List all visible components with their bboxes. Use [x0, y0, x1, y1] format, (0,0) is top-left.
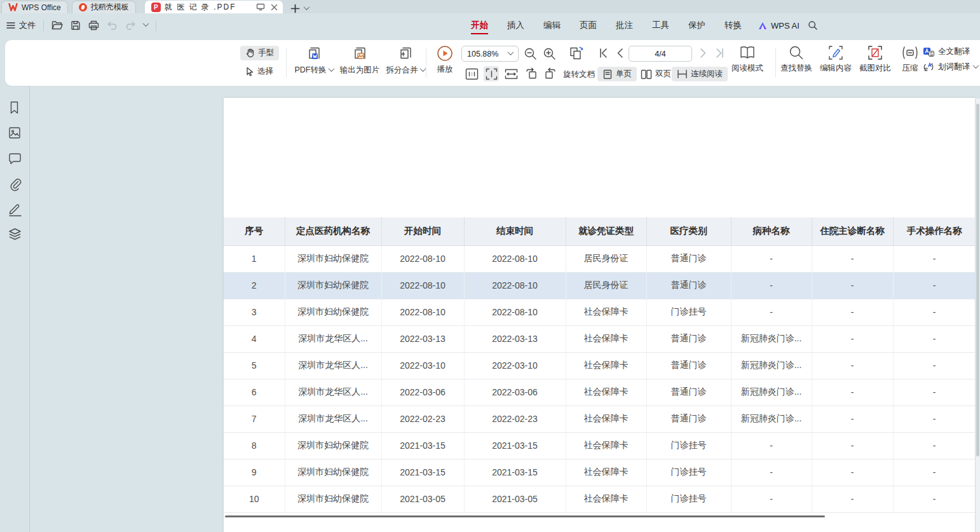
table-cell: 社会保障卡	[566, 299, 646, 325]
global-search-icon[interactable]	[808, 20, 818, 31]
column-header: 序号	[224, 217, 285, 245]
table-cell: 深圳市妇幼保健院	[285, 299, 381, 325]
table-cell: 新冠肺炎门诊...	[731, 406, 812, 432]
fit-page-button[interactable]	[484, 66, 499, 81]
play-button[interactable]: 播放	[427, 45, 463, 75]
table-row[interactable]: 6深圳市龙华区人...2022-03-062022-03-06社会保障卡普通门诊…	[224, 379, 976, 406]
new-tab-icon[interactable]	[290, 4, 300, 13]
zoom-in-button[interactable]	[543, 47, 556, 60]
close-tab-icon[interactable]	[271, 4, 278, 11]
table-cell: 深圳市妇幼保健院	[285, 486, 381, 512]
continuous-read-button[interactable]: 连续阅读	[672, 67, 728, 81]
first-page-button[interactable]	[598, 48, 608, 58]
quick-access-chevron-icon[interactable]	[143, 20, 149, 27]
table-row[interactable]: 5深圳市龙华区人...2022-03-102022-03-10社会保障卡普通门诊…	[224, 352, 976, 379]
layers-icon[interactable]	[8, 228, 22, 241]
wps-ai-button[interactable]: WPS AI	[758, 13, 800, 38]
page-indicator-input[interactable]: 4/4	[629, 46, 692, 62]
edit-content-button[interactable]: 编辑内容	[816, 45, 855, 74]
table-cell: 深圳市妇幼保健院	[285, 272, 381, 299]
file-menu-button[interactable]: 文件	[6, 20, 36, 31]
table-row[interactable]: 7深圳市龙华区人...2022-02-232022-02-23社会保障卡普通门诊…	[224, 406, 976, 432]
menu-tab-comment[interactable]: 批注	[616, 14, 633, 37]
export-image-button[interactable]: 输出为图片	[337, 45, 383, 76]
table-cell: -	[812, 299, 893, 325]
tab-wps-office[interactable]: WPS Office	[1, 1, 68, 13]
previous-page-button[interactable]	[616, 48, 623, 58]
swap-pages-button[interactable]	[568, 46, 585, 62]
search-icon	[789, 45, 804, 60]
signature-icon[interactable]	[8, 203, 22, 217]
scrollbar-thumb[interactable]	[976, 104, 979, 456]
save-icon[interactable]	[71, 20, 81, 31]
vertical-scrollbar[interactable]	[975, 99, 980, 532]
attachment-icon[interactable]	[8, 177, 22, 191]
zoom-out-button[interactable]	[524, 47, 537, 60]
embedded-horizontal-scrollbar[interactable]	[225, 515, 825, 517]
column-header: 就诊凭证类型	[566, 217, 646, 245]
column-header: 病种名称	[731, 217, 812, 245]
monitor-icon[interactable]	[256, 3, 265, 11]
menu-tab-protect[interactable]: 保护	[688, 14, 705, 37]
word-translate-button[interactable]: 划词翻译	[923, 62, 978, 72]
bookmark-icon[interactable]	[8, 101, 20, 114]
thumbnail-icon[interactable]	[8, 126, 21, 139]
actual-size-button[interactable]	[464, 66, 479, 81]
table-cell: 社会保障卡	[566, 379, 646, 406]
table-row[interactable]: 3深圳市妇幼保健院2022-08-102022-08-10社会保障卡门诊挂号--…	[224, 299, 976, 325]
table-row[interactable]: 8深圳市妇幼保健院2021-03-152021-03-15社会保障卡门诊挂号--…	[224, 432, 976, 459]
single-page-button[interactable]: 单页	[597, 67, 637, 81]
table-cell: -	[731, 245, 812, 272]
compress-button[interactable]: 压缩	[895, 45, 925, 74]
menu-tab-insert[interactable]: 插入	[507, 14, 524, 37]
table-cell: 社会保障卡	[566, 459, 646, 486]
divider	[286, 48, 287, 78]
table-row[interactable]: 4深圳市龙华区人...2022-03-132022-03-13社会保障卡普通门诊…	[224, 325, 976, 352]
menu-tab-convert[interactable]: 转换	[725, 14, 742, 37]
find-replace-button[interactable]: 查找替换	[777, 45, 816, 74]
rotate-document-button[interactable]: 旋转文档	[563, 69, 595, 80]
table-cell: 8	[224, 432, 285, 459]
table-row[interactable]: 2深圳市妇幼保健院2022-08-102022-08-10居民身份证普通门诊--…	[224, 272, 976, 299]
hand-tool-button[interactable]: 手型	[240, 46, 279, 60]
table-cell: -	[731, 299, 812, 325]
open-file-icon[interactable]	[51, 20, 63, 31]
select-tool-button[interactable]: 选择	[240, 64, 278, 79]
table-row[interactable]: 10深圳市妇幼保健院2021-03-052021-03-05社会保障卡门诊挂号-…	[224, 486, 976, 512]
pdf-convert-label: PDF转换	[295, 65, 327, 76]
table-cell: -	[893, 245, 976, 272]
menu-tab-home[interactable]: 开始	[471, 14, 488, 37]
table-cell: 2021-03-15	[381, 432, 464, 459]
cursor-icon	[245, 67, 254, 76]
ribbon-toolbar: 手型 选择 PDF转换 输出为图片 拆分合并 播放 105.88%	[5, 40, 980, 86]
print-icon[interactable]	[88, 20, 99, 31]
tab-document-active[interactable]: P 就 医 记 录 .PDF	[145, 1, 283, 13]
split-merge-button[interactable]: 拆分合并	[383, 45, 428, 76]
menu-tabs: 开始 插入 编辑 页面 批注 工具 保护 转换	[471, 13, 742, 38]
full-translate-button[interactable]: 全文翻译	[923, 46, 978, 57]
table-cell: 2022-08-10	[381, 272, 464, 299]
zoom-level-select[interactable]: 105.88%	[461, 46, 519, 62]
table-cell: 10	[224, 486, 285, 512]
pdf-convert-button[interactable]: PDF转换	[291, 45, 337, 76]
tab-docer-templates[interactable]: 找稻壳模板	[72, 1, 136, 13]
menu-tab-page[interactable]: 页面	[580, 14, 597, 37]
table-cell: 2022-08-10	[464, 299, 566, 325]
tab-list-chevron-icon[interactable]	[304, 4, 310, 10]
table-cell: 6	[224, 379, 285, 406]
table-cell: 2022-03-06	[381, 379, 464, 406]
comment-icon[interactable]	[8, 153, 22, 165]
rotate-left-button[interactable]	[525, 67, 538, 79]
menu-tab-tools[interactable]: 工具	[652, 14, 669, 37]
table-row[interactable]: 1深圳市妇幼保健院2022-08-102022-08-10居民身份证普通门诊--…	[224, 245, 976, 272]
fit-width-button[interactable]	[503, 66, 519, 81]
table-header-row: 序号定点医药机构名称开始时间结束时间就诊凭证类型医疗类别病种名称住院主诊断名称手…	[224, 217, 976, 245]
menu-tab-edit[interactable]: 编辑	[543, 14, 561, 37]
table-cell: 5	[224, 352, 285, 379]
read-mode-button[interactable]: 阅读模式	[728, 45, 766, 74]
document-viewport[interactable]: 序号定点医药机构名称开始时间结束时间就诊凭证类型医疗类别病种名称住院主诊断名称手…	[31, 86, 980, 532]
rotate-right-button[interactable]	[544, 67, 557, 79]
screenshot-compare-button[interactable]: 截图对比	[855, 45, 895, 74]
table-cell: 7	[224, 406, 285, 432]
table-row[interactable]: 9深圳市妇幼保健院2021-03-152021-03-15社会保障卡门诊挂号--…	[224, 459, 976, 486]
